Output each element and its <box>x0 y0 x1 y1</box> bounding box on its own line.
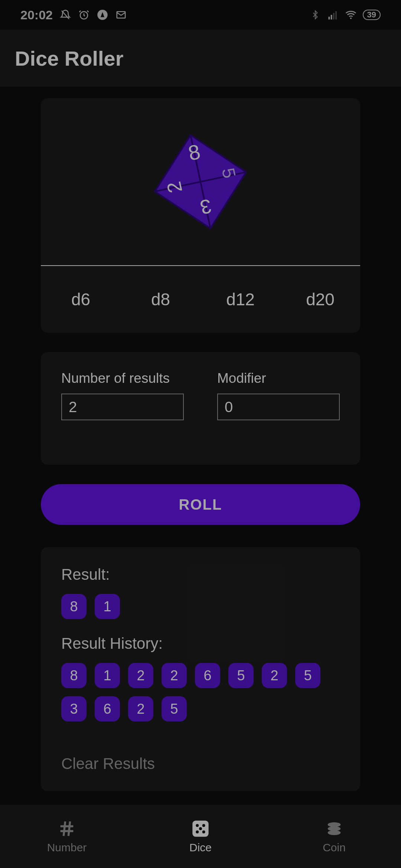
history-pill: 6 <box>195 663 220 688</box>
content-area: 8 5 2 3 d6 d8 d12 d20 Number of results … <box>0 87 401 791</box>
roll-button[interactable]: ROLL <box>41 484 360 525</box>
tab-d6[interactable]: d6 <box>41 266 121 333</box>
result-label: Result: <box>61 566 340 583</box>
app-title: Dice Roller <box>15 46 124 70</box>
history-pill: 8 <box>61 663 87 688</box>
bluetooth-icon <box>309 9 321 21</box>
svg-point-28 <box>196 831 199 834</box>
history-pill: 2 <box>128 696 153 721</box>
mail-icon <box>115 9 127 21</box>
result-row: 81 <box>61 594 340 619</box>
app-header: Dice Roller <box>0 30 401 87</box>
bottom-nav: Number Dice Coin <box>0 805 401 868</box>
nav-dice[interactable]: Dice <box>134 805 267 868</box>
svg-line-22 <box>63 822 65 836</box>
nav-number-label: Number <box>47 841 87 854</box>
svg-rect-5 <box>330 15 332 20</box>
svg-line-23 <box>68 822 70 836</box>
svg-point-27 <box>199 827 202 830</box>
result-pill: 1 <box>95 594 120 619</box>
history-pill: 6 <box>95 696 120 721</box>
signal-icon <box>327 9 339 21</box>
results-card: Result: 81 Result History: 812265253625 … <box>41 547 360 791</box>
number-of-results-label: Number of results <box>61 371 184 386</box>
battery-level: 39 <box>363 10 381 20</box>
history-pill: 1 <box>95 663 120 688</box>
coin-icon <box>325 819 344 838</box>
svg-rect-6 <box>333 13 335 20</box>
dnd-icon <box>59 9 71 21</box>
svg-point-29 <box>202 831 205 834</box>
tab-d12[interactable]: d12 <box>200 266 280 333</box>
history-pill: 2 <box>128 663 153 688</box>
tab-d8[interactable]: d8 <box>121 266 200 333</box>
history-pill: 3 <box>61 696 87 721</box>
options-card: Number of results Modifier <box>41 352 360 465</box>
dice-type-tabs: d6 d8 d12 d20 <box>41 266 360 333</box>
status-left: 20:02 <box>20 8 127 22</box>
modifier-label: Modifier <box>217 371 340 386</box>
result-pill: 8 <box>61 594 87 619</box>
history-pill: 5 <box>228 663 254 688</box>
die-image: 8 5 2 3 <box>41 98 360 265</box>
modifier-group: Modifier <box>217 371 340 420</box>
svg-rect-7 <box>335 11 337 20</box>
dice-icon <box>191 819 210 838</box>
svg-point-32 <box>328 830 341 835</box>
svg-point-8 <box>350 17 352 19</box>
history-pill: 2 <box>262 663 287 688</box>
status-bar: 20:02 <box>0 0 401 30</box>
number-of-results-input[interactable] <box>61 394 184 420</box>
wifi-icon <box>345 9 357 21</box>
history-pill: 5 <box>162 696 187 721</box>
nav-dice-label: Dice <box>189 841 212 854</box>
die-preview-card: 8 5 2 3 d6 d8 d12 d20 <box>41 98 360 333</box>
history-pill: 5 <box>295 663 320 688</box>
clear-results-button[interactable]: Clear Results <box>61 755 340 773</box>
history-pill: 2 <box>162 663 187 688</box>
status-time: 20:02 <box>20 8 53 22</box>
result-history-row: 812265253625 <box>61 663 340 721</box>
modifier-input[interactable] <box>217 394 340 420</box>
app-badge-icon <box>97 9 108 21</box>
status-right: 39 <box>309 9 381 21</box>
hash-icon <box>57 819 76 838</box>
result-history-label: Result History: <box>61 635 340 652</box>
nav-number[interactable]: Number <box>0 805 134 868</box>
alarm-icon <box>78 9 90 21</box>
tab-d20[interactable]: d20 <box>280 266 360 333</box>
number-of-results-group: Number of results <box>61 371 184 420</box>
svg-point-25 <box>196 824 199 827</box>
d8-die-icon: 8 5 2 3 <box>149 130 252 234</box>
nav-coin-label: Coin <box>323 841 346 854</box>
nav-coin[interactable]: Coin <box>267 805 401 868</box>
svg-rect-4 <box>328 17 330 20</box>
svg-point-26 <box>202 824 205 827</box>
